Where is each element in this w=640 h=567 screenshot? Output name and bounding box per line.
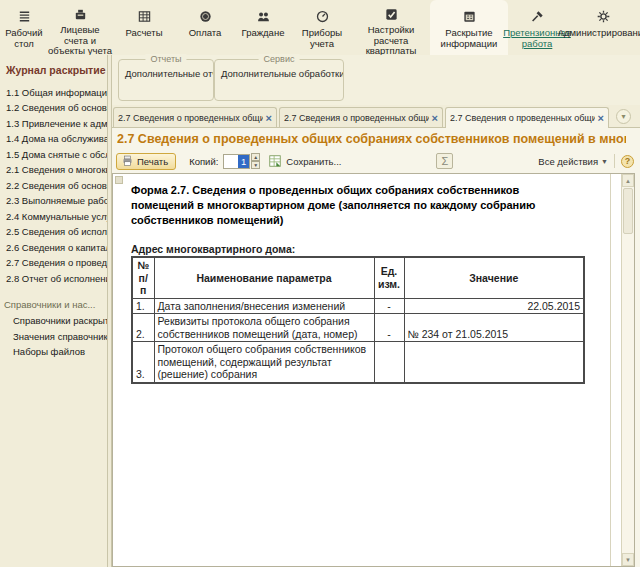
ribbon-section-label: Расчеты — [125, 28, 162, 39]
command-group-1: ОтчетыДополнительные отчеты — [118, 59, 214, 101]
tab-strip: 2.7 Сведения о проведенных общих собр...… — [113, 107, 640, 128]
scrollbar-thumb[interactable] — [623, 188, 633, 234]
ribbon-section-label: Лицевые счета и объекты учета — [48, 25, 112, 57]
copies-stepper: ▲ ▼ — [251, 153, 260, 169]
ribbon-section-label: Администрирование — [558, 28, 640, 39]
citizens-icon — [256, 7, 271, 25]
close-icon[interactable]: × — [432, 113, 438, 123]
ribbon-section-3[interactable]: Расчеты — [112, 0, 176, 55]
form-table: № п/пНаименование параметраЕд. изм.Значе… — [131, 256, 585, 384]
command-group-2: СервисДополнительные обработки — [214, 59, 344, 101]
ribbon-section-1[interactable]: Рабочий стол — [0, 0, 48, 55]
tab-overflow-icon[interactable]: ▾ — [616, 109, 631, 124]
parameter-name-cell: Протокол общего собрания собственников п… — [154, 342, 374, 383]
ribbon-section-label: Оплата — [189, 28, 222, 39]
command-group-title: Отчеты — [145, 54, 186, 64]
unit-cell — [374, 342, 404, 383]
ribbon-section-7[interactable]: Настройки расчета квартплаты — [352, 0, 430, 55]
print-button[interactable]: Печать — [116, 153, 176, 170]
spreadsheet-document: Форма 2.7. Сведения о проведенных общих … — [112, 173, 635, 567]
close-icon[interactable]: × — [598, 113, 604, 123]
table-header-cell: Значение — [404, 257, 584, 298]
copies-input[interactable]: 1 — [223, 154, 250, 169]
stepper-down-icon[interactable]: ▼ — [251, 161, 260, 169]
save-to-file-icon[interactable] — [268, 154, 282, 168]
unit-cell: - — [374, 298, 404, 314]
sidebar-item[interactable]: 2.4 Коммунальные услуги ... — [0, 209, 107, 225]
sidebar: Журнал раскрытие ин... 1.1 Общая информа… — [0, 55, 107, 567]
help-icon[interactable]: ? — [621, 155, 634, 168]
chevron-down-icon: ▼ — [601, 158, 608, 165]
value-cell: № 234 от 21.05.2015 — [404, 314, 584, 342]
sidebar-item[interactable]: 2.3 Выполняемые работы ... — [0, 194, 107, 210]
toolbar: Печать Копий: 1 ▲ ▼ Сохранить... Σ Все д… — [116, 151, 634, 171]
stepper-up-icon[interactable]: ▲ — [251, 153, 260, 161]
sidebar-sublist: Справочники раскрытия ...Значения справо… — [0, 314, 107, 361]
scroll-up-icon[interactable]: ▲ — [622, 174, 634, 187]
ribbon-section-label: Раскрытие информации — [430, 28, 508, 49]
gavel-icon — [530, 7, 545, 25]
table-row: 1.Дата заполнения/внесения изменений-22.… — [132, 298, 584, 314]
scroll-down-icon[interactable]: ▼ — [622, 553, 634, 566]
save-button[interactable]: Сохранить... — [286, 156, 341, 167]
ribbon-section-label: Приборы учета — [292, 28, 352, 49]
vertical-scrollbar[interactable]: ▲ ▼ — [621, 174, 634, 566]
settings-checkbox-icon — [384, 7, 399, 22]
sidebar-item[interactable]: 1.4 Дома на обслуживании — [0, 132, 107, 148]
print-button-label: Печать — [137, 156, 168, 167]
ribbon-section-2[interactable]: Лицевые счета и объекты учета — [48, 0, 112, 55]
sidebar-item[interactable]: 2.5 Сведения об использов... — [0, 225, 107, 241]
sidebar-item[interactable]: 1.1 Общая информация — [0, 85, 107, 101]
ribbon-section-label: Граждане — [242, 28, 285, 39]
ribbon: Рабочий столЛицевые счета и объекты учет… — [0, 0, 640, 55]
sidebar-item[interactable]: 2.8 Отчет об исполнении д... — [0, 271, 107, 287]
sidebar-item[interactable]: 2.2 Сведения об основных ... — [0, 178, 107, 194]
address-label: Адрес многоквартирного дома: — [131, 243, 585, 255]
tab-2[interactable]: 2.7 Сведения о проведенных общих собра..… — [279, 107, 443, 127]
copies-label: Копий: — [189, 156, 218, 167]
document-content: Форма 2.7. Сведения о проведенных общих … — [131, 183, 585, 384]
table-row: 2.Реквизиты протокола общего собрания со… — [132, 314, 584, 342]
ribbon-section-label: Настройки расчета квартплаты — [352, 25, 430, 57]
tab-1[interactable]: 2.7 Сведения о проведенных общих собр...… — [113, 107, 277, 127]
all-actions-button[interactable]: Все действия — [538, 156, 598, 167]
ribbon-section-8[interactable]: Раскрытие информации — [430, 0, 508, 55]
sidebar-item[interactable]: 2.7 Сведения о проведенн... — [0, 256, 107, 272]
sidebar-subitem[interactable]: Значения справочников ... — [0, 329, 107, 345]
select-all-corner[interactable] — [115, 176, 123, 184]
close-icon[interactable]: × — [266, 113, 272, 123]
desktop-menu-icon — [17, 7, 32, 25]
row-number-cell: 3. — [132, 342, 154, 383]
toolbar-right-group: Все действия ▼ ? — [538, 154, 634, 168]
ribbon-section-6[interactable]: Приборы учета — [292, 0, 352, 55]
accounts-icon — [73, 7, 88, 22]
table-header-cell: Ед. изм. — [374, 257, 404, 298]
printer-icon — [121, 154, 134, 169]
unit-cell: - — [374, 314, 404, 342]
sidebar-item[interactable]: 1.5 Дома снятые с обслуж... — [0, 147, 107, 163]
tab-label: 2.7 Сведения о проведенных общих собра..… — [450, 113, 595, 123]
table-header-cell: Наименование параметра — [154, 257, 374, 298]
ribbon-section-5[interactable]: Граждане — [234, 0, 292, 55]
table-row: 3.Протокол общего собрания собственников… — [132, 342, 584, 383]
sidebar-item[interactable]: 2.6 Сведения о капитально... — [0, 240, 107, 256]
ribbon-section-10[interactable]: Администрирование — [566, 0, 640, 55]
sidebar-item[interactable]: 1.2 Сведения об основных ... — [0, 101, 107, 117]
sidebar-section-title: Справочники и нас... — [0, 287, 107, 314]
value-cell: 22.05.2015 — [404, 298, 584, 314]
sum-sigma-button[interactable]: Σ — [436, 153, 453, 169]
sidebar-item[interactable]: 2.1 Сведения о многокварт... — [0, 163, 107, 179]
sidebar-subitem[interactable]: Справочники раскрытия ... — [0, 314, 107, 330]
ribbon-section-4[interactable]: Оплата — [176, 0, 234, 55]
tab-label: 2.7 Сведения о проведенных общих собр... — [118, 113, 263, 123]
command-group-title: Сервис — [259, 54, 300, 64]
form-area: 2.7 Сведения о проведенных общих собрани… — [112, 127, 640, 567]
parameter-name-cell: Дата заполнения/внесения изменений — [154, 298, 374, 314]
tab-label: 2.7 Сведения о проведенных общих собра..… — [284, 113, 429, 123]
sidebar-item[interactable]: 1.3 Привлечение к админи... — [0, 116, 107, 132]
tab-3[interactable]: 2.7 Сведения о проведенных общих собра..… — [445, 107, 609, 128]
calendar-icon — [462, 7, 477, 25]
main-area: 2.7 Сведения о проведенных общих собр...… — [112, 105, 640, 567]
parameter-name-cell: Реквизиты протокола общего собрания собс… — [154, 314, 374, 342]
sidebar-subitem[interactable]: Наборы файлов — [0, 345, 107, 361]
